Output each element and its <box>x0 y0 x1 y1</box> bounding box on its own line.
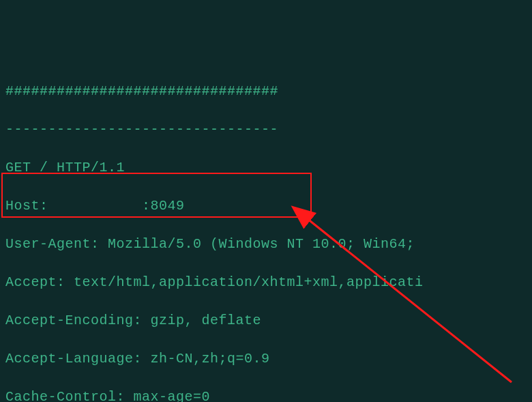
header-accept-language: Accept-Language: zh-CN,zh;q=0.9 <box>5 349 527 369</box>
separator-hash: ################################ <box>5 82 527 101</box>
header-accept-encoding: Accept-Encoding: gzip, deflate <box>5 311 527 330</box>
header-accept: Accept: text/html,application/xhtml+xml,… <box>5 273 527 292</box>
header-user-agent: User-Agent: Mozilla/5.0 (Windows NT 10.0… <box>5 235 527 254</box>
header-host: Host: :8049 <box>5 197 527 216</box>
request-line: GET / HTTP/1.1 <box>5 158 527 177</box>
separator-dash: -------------------------------- <box>5 120 527 139</box>
header-cache-control: Cache-Control: max-age=0 <box>5 388 527 402</box>
